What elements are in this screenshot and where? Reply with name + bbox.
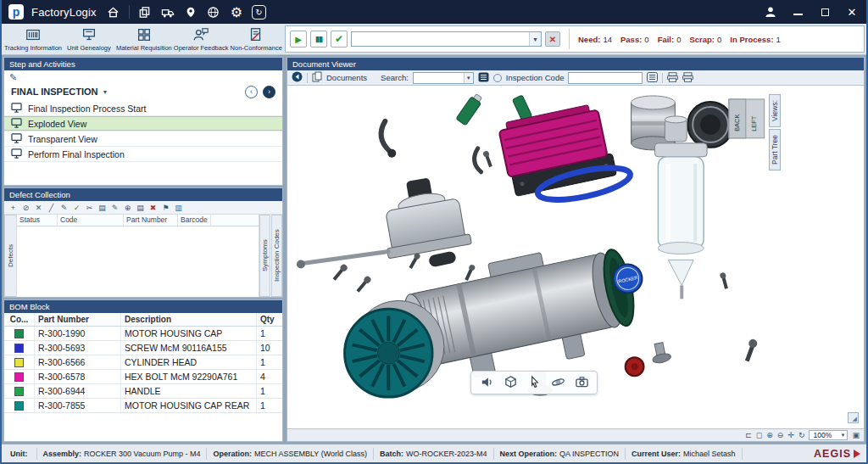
view-cube[interactable]: BACK LEFT xyxy=(729,99,765,138)
edit-step-icon[interactable]: ✎ xyxy=(9,72,17,83)
minimize-button[interactable] xyxy=(790,4,805,20)
screw xyxy=(355,275,372,293)
bom-row[interactable]: R-300-5693 SCREW McM 90116A155 10 xyxy=(4,341,282,355)
bom-column-desc[interactable]: Description xyxy=(121,313,257,326)
maximize-button[interactable] xyxy=(817,4,832,20)
camera-icon[interactable] xyxy=(575,375,589,391)
snapshot-icon[interactable]: ▣ xyxy=(852,431,860,439)
zoom-level-select[interactable]: 100% ▼ xyxy=(809,430,848,440)
part-number-cell: R-300-6578 xyxy=(35,370,121,383)
print-icon[interactable] xyxy=(667,72,678,84)
tab-defects[interactable]: Defects xyxy=(4,215,16,297)
scan-code-icon[interactable] xyxy=(647,72,658,84)
record-icon[interactable] xyxy=(493,74,502,82)
pan-icon[interactable]: ✛ xyxy=(787,431,794,439)
search-select[interactable]: ▼ xyxy=(413,72,474,84)
bom-column-color[interactable]: Co... xyxy=(4,313,35,326)
cancel-unit-button[interactable]: ✕ xyxy=(545,31,560,47)
cut-icon[interactable]: ✂ xyxy=(84,204,95,212)
handle-lever-mid xyxy=(475,148,481,172)
truck-icon[interactable] xyxy=(160,4,175,20)
bom-row[interactable]: R-300-6578 HEX BOLT McM 92290A761 4 xyxy=(4,370,282,384)
tracking-information-button[interactable]: Tracking Information xyxy=(3,24,63,54)
defect-side-tab[interactable]: Symptoms xyxy=(259,215,270,297)
ribbon-label: Material Requisition xyxy=(116,44,172,52)
globe-icon[interactable] xyxy=(206,4,221,20)
add-defect-icon[interactable]: + xyxy=(8,204,19,212)
document-canvas[interactable]: BACK LEFT xyxy=(287,86,864,428)
print-defects-icon[interactable]: ▤ xyxy=(135,204,146,212)
activity-row[interactable]: Transparent View xyxy=(4,131,282,147)
chevron-down-icon[interactable]: ▼ xyxy=(102,89,108,95)
defect-column-header[interactable]: Part Number xyxy=(124,215,178,226)
status-label: Unit: xyxy=(10,450,28,458)
scan-barcode-icon[interactable]: ▥ xyxy=(173,204,184,212)
defect-table-body[interactable] xyxy=(17,226,259,297)
sync-icon[interactable]: ↻ xyxy=(252,5,266,20)
non-conformance-button[interactable]: Non-Conformance xyxy=(229,24,283,54)
activity-row[interactable]: Perform Final Inspection xyxy=(4,147,282,162)
defect-column-header[interactable]: Status xyxy=(17,215,58,226)
activity-row[interactable]: Exploded View xyxy=(4,116,282,131)
flag-icon[interactable]: ⚑ xyxy=(160,204,171,212)
delete-defect-icon[interactable]: ✕ xyxy=(33,204,44,212)
cube-view-icon[interactable] xyxy=(504,375,518,391)
tab-part-tree[interactable]: Part Tree xyxy=(769,129,781,171)
bom-column-part[interactable]: Part Number xyxy=(35,313,121,326)
bom-row[interactable]: R-300-6944 HANDLE 1 xyxy=(4,384,282,399)
defect-side-tab[interactable]: Inspection Codes xyxy=(271,215,282,297)
disable-defect-icon[interactable]: ⊘ xyxy=(20,204,31,212)
start-button[interactable]: ▶ xyxy=(290,31,307,48)
part-color-swatch xyxy=(14,344,24,353)
previous-activity-button[interactable]: ‹ xyxy=(245,86,258,98)
qty-cell: 1 xyxy=(257,327,282,340)
fit-width-icon[interactable]: ⊏ xyxy=(745,431,752,439)
fit-view-icon[interactable]: ◻ xyxy=(756,431,762,439)
close-button[interactable]: ✕ xyxy=(844,4,860,20)
map-pin-icon[interactable] xyxy=(183,4,198,20)
clear-icon[interactable]: ✖ xyxy=(147,204,159,212)
back-button[interactable] xyxy=(292,71,303,84)
bom-row[interactable]: R-300-7855 MOTOR HOUSING CAP REAR 1 xyxy=(4,399,282,413)
complete-button[interactable]: ✔ xyxy=(331,31,348,48)
print-all-icon[interactable] xyxy=(682,72,693,84)
qty-cell: 1 xyxy=(257,355,282,369)
serial-number-combo[interactable]: ▼ xyxy=(351,31,542,47)
user-icon[interactable] xyxy=(763,4,778,20)
aegis-logo-text: AEGIS xyxy=(814,448,851,460)
attach-icon[interactable]: ⊕ xyxy=(122,204,133,212)
expand-corner-button[interactable]: ◢ xyxy=(848,412,859,423)
defect-column-header[interactable]: Barcode xyxy=(178,215,211,226)
zoom-in-icon[interactable]: ⊕ xyxy=(766,431,773,439)
inspection-code-label: Inspection Code xyxy=(506,73,565,82)
copy-pages-icon[interactable] xyxy=(137,4,153,20)
tab-views[interactable]: Views: xyxy=(769,94,781,127)
home-icon[interactable] xyxy=(106,4,121,20)
edit-defect-icon[interactable]: ✎ xyxy=(58,204,70,212)
rotate-view-icon[interactable]: ↻ xyxy=(798,431,805,439)
audio-icon[interactable] xyxy=(480,375,494,391)
operator-feedback-button[interactable]: Operator Feedback xyxy=(173,24,230,54)
defect-column-header[interactable]: Code xyxy=(58,215,124,226)
gear-icon[interactable]: ⚙ xyxy=(229,4,244,20)
confirm-defect-icon[interactable]: ✓ xyxy=(71,204,82,212)
bom-row[interactable]: R-300-6566 CYLINDER HEAD 1 xyxy=(4,355,282,370)
details-icon[interactable]: ▤ xyxy=(97,204,108,212)
next-activity-button[interactable]: › xyxy=(263,86,275,98)
sign-icon[interactable]: ✎ xyxy=(109,204,120,212)
unit-genealogy-button[interactable]: Unit Genealogy xyxy=(63,24,115,54)
barcode-scan-icon[interactable] xyxy=(478,72,489,84)
inspection-code-input[interactable] xyxy=(568,72,643,84)
bom-column-qty[interactable]: Qty xyxy=(257,313,282,326)
part-number-cell: R-300-6566 xyxy=(35,355,121,369)
zoom-out-icon[interactable]: ⊖ xyxy=(777,431,784,439)
current-step-name[interactable]: FINAL INSPECTION xyxy=(11,87,97,97)
material-requisition-button[interactable]: Material Requisition xyxy=(115,24,173,54)
activity-row[interactable]: Final Inspection Process Start xyxy=(4,101,282,116)
orbit-icon[interactable] xyxy=(551,375,565,391)
annotate-icon[interactable]: ╱ xyxy=(46,204,57,212)
pointer-icon[interactable] xyxy=(527,375,542,391)
pause-button[interactable]: ▮▮ xyxy=(310,31,327,48)
bom-row[interactable]: R-300-1990 MOTOR HOUSING CAP 1 xyxy=(4,327,282,341)
documents-button[interactable]: Documents xyxy=(326,73,367,82)
